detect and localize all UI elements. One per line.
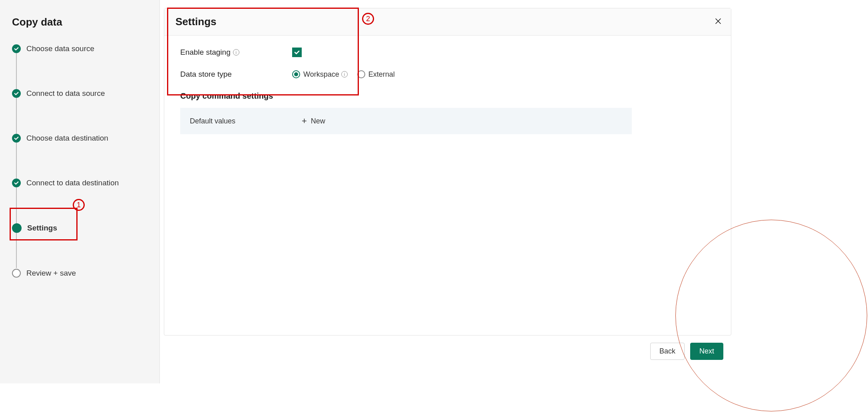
current-step-icon [12,223,22,233]
step-settings[interactable]: Settings [12,223,147,233]
close-icon [714,17,723,26]
add-new-button[interactable]: + New [302,116,325,126]
step-label: Review + save [26,269,76,278]
step-label: Choose data destination [26,134,108,143]
plus-icon: + [302,116,307,126]
settings-panel: Settings Enable staging i [164,8,731,336]
step-choose-data-source[interactable]: Choose data source [12,44,147,53]
step-label: Connect to data source [26,89,105,98]
label-text: Workspace [303,70,339,79]
copy-command-settings-title: Copy command settings [180,91,715,101]
step-connect-to-data-destination[interactable]: Connect to data destination [12,179,147,187]
check-icon [12,179,21,187]
data-store-type-radios: Workspace i External [292,70,395,79]
default-values-row: Default values + New [180,108,632,134]
radio-label: External [368,70,395,79]
back-button[interactable]: Back [650,343,685,360]
enable-staging-row: Enable staging i [180,48,715,57]
check-icon [12,89,21,98]
label-text: Data store type [180,70,232,79]
step-label: Settings [27,224,57,232]
enable-staging-label: Enable staging i [180,48,292,57]
info-icon[interactable]: i [341,71,348,77]
panel-header: Settings [164,8,731,36]
wizard-steps: Choose data source Connect to data sourc… [12,44,147,278]
main-area: Settings Enable staging i [160,0,739,383]
step-label: Connect to data destination [26,179,119,187]
radio-external[interactable]: External [357,70,395,79]
next-button[interactable]: Next [690,343,723,360]
info-icon[interactable]: i [233,49,239,56]
pending-step-icon [12,269,21,278]
radio-icon [357,70,365,78]
label-text: Enable staging [180,48,231,57]
wizard-title: Copy data [12,16,147,28]
step-connect-to-data-source[interactable]: Connect to data source [12,89,147,98]
check-icon [12,134,21,143]
step-review-save[interactable]: Review + save [12,269,147,278]
data-store-type-label: Data store type [180,70,292,79]
wizard-footer: Back Next [160,336,735,367]
check-icon [12,44,21,53]
panel-title: Settings [175,16,720,28]
close-button[interactable] [713,16,724,27]
check-icon [294,49,300,56]
data-store-type-row: Data store type Workspace i Exter [180,70,715,79]
default-values-label: Default values [190,117,302,125]
radio-label: Workspace i [303,70,348,79]
step-choose-data-destination[interactable]: Choose data destination [12,134,147,143]
radio-icon [292,70,300,78]
step-label: Choose data source [26,44,94,53]
enable-staging-checkbox[interactable] [292,48,302,57]
radio-workspace[interactable]: Workspace i [292,70,348,79]
wizard-sidebar: Copy data Choose data source Connect to … [0,0,160,383]
new-label: New [311,117,325,125]
